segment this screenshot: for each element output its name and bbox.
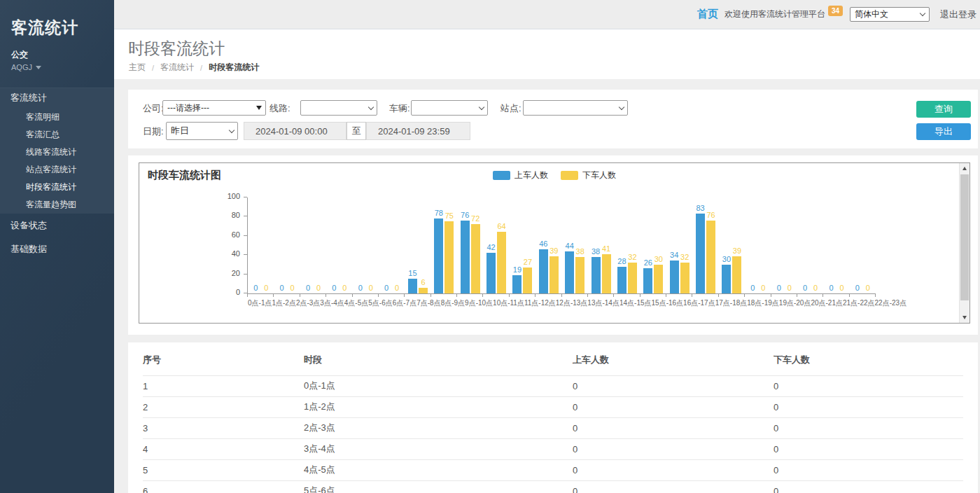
x-axis-label: 22点-23点 (875, 298, 907, 308)
chart-scrollbar[interactable] (959, 163, 969, 323)
y-axis-tick (244, 216, 247, 216)
line-select[interactable] (300, 100, 377, 116)
query-button[interactable]: 查询 (916, 101, 971, 118)
breadcrumb-section[interactable]: 客流统计 (160, 62, 194, 74)
sidebar-menu-block: 设备状态 (0, 214, 114, 237)
x-axis-tick (745, 293, 771, 297)
x-axis-tick (405, 293, 430, 297)
data-table: 序号 时段 上车人数 下车人数 10点-1点0021点-2点0032点-3点00… (143, 342, 963, 493)
bar-value-label: 0 (316, 284, 321, 292)
bar-value-label: 0 (788, 284, 792, 292)
language-select[interactable]: 简体中文 (850, 7, 930, 22)
sidebar-sub-item[interactable]: 站点客流统计 (0, 161, 114, 179)
date-end-input[interactable]: 2024-01-09 23:59 (366, 122, 470, 140)
date-preset-select[interactable]: 昨日 (166, 122, 238, 140)
top-nav: 首页 欢迎使用客流统计管理平台 34 简体中文 退出登录 (114, 0, 980, 29)
x-axis-tick (457, 293, 483, 297)
export-button[interactable]: 导出 (916, 123, 971, 140)
x-axis-label: 14点-15点 (620, 298, 652, 308)
table-cell: 1点-2点 (304, 397, 573, 418)
chart-bar (497, 232, 506, 293)
vehicle-select[interactable] (411, 100, 488, 116)
chart-bar (706, 221, 715, 293)
col-header-timeslot: 时段 (304, 342, 573, 376)
chart-bar (434, 218, 443, 293)
x-axis-tick (588, 293, 614, 297)
bar-slot: 0 (774, 284, 783, 293)
x-axis-label: 19点-20点 (779, 298, 811, 308)
org-code-label: AQGJ (11, 63, 32, 71)
chevron-down-icon (368, 104, 374, 109)
x-axis-label: 5点-6点 (368, 298, 392, 308)
sidebar-section-item[interactable]: 设备状态 (0, 214, 114, 237)
sidebar-section-item[interactable]: 基础数据 (0, 237, 114, 261)
bar-value-label: 42 (486, 244, 495, 251)
org-code-dropdown[interactable]: AQGJ (11, 63, 103, 71)
caret-down-icon (36, 66, 41, 69)
x-axis-label: 8点-9点 (441, 298, 465, 308)
chart-box: 时段车流统计图 上车人数下车人数 00000000000015678757672… (139, 162, 970, 324)
bar-value-label: 39 (733, 247, 741, 255)
sidebar-section-item[interactable]: 客流统计 (0, 88, 114, 109)
x-axis-label: 12点-13点 (556, 298, 588, 308)
x-axis-label: 3点-4点 (320, 298, 344, 308)
legend-item[interactable]: 下车人数 (561, 169, 616, 181)
scrollbar-down-arrow[interactable] (960, 312, 969, 323)
x-axis-label: 20点-21点 (811, 298, 843, 308)
scrollbar-thumb[interactable] (960, 174, 969, 300)
sidebar-sub-item[interactable]: 客流汇总 (0, 126, 114, 144)
legend-label: 下车人数 (582, 169, 616, 181)
x-axis-tick (692, 293, 718, 297)
bar-slot: 39 (550, 247, 559, 293)
sidebar-sub-item[interactable]: 线路客流统计 (0, 144, 114, 161)
page-title: 时段客流统计 (128, 38, 225, 60)
bar-group: 1927 (510, 197, 536, 293)
col-header-alighting: 下车人数 (774, 342, 963, 376)
x-axis-tick (536, 293, 561, 297)
date-label: 日期: (143, 125, 164, 138)
dropdown-arrow-icon (256, 106, 262, 110)
sidebar-sub-item[interactable]: 客流明细 (0, 109, 114, 126)
bar-slot: 41 (602, 245, 611, 293)
x-axis-tick (300, 293, 326, 297)
y-axis-tick-label: 40 (232, 250, 240, 258)
bar-value-label: 32 (628, 254, 636, 261)
bar-value-label: 0 (395, 284, 399, 292)
sidebar-sub-item[interactable]: 时段客流统计 (0, 179, 114, 196)
chart-bar (628, 263, 637, 293)
breadcrumb-home[interactable]: 主页 (129, 62, 146, 74)
bar-slot: 0 (759, 284, 768, 293)
bar-group: 00 (823, 197, 849, 293)
bar-value-label: 46 (539, 240, 547, 248)
y-axis-tick (244, 254, 247, 255)
table-cell: 0 (573, 376, 774, 397)
sidebar-sub-item[interactable]: 客流量趋势图 (0, 196, 114, 214)
bar-value-label: 0 (803, 284, 807, 292)
bar-slot: 0 (251, 284, 260, 293)
logout-link[interactable]: 退出登录 (940, 8, 976, 21)
chart-bar (512, 275, 522, 293)
chart-bar (550, 256, 559, 293)
chart-bar (539, 249, 548, 293)
company-select[interactable]: ---请选择--- (162, 100, 266, 116)
bar-group: 3432 (666, 197, 692, 293)
home-link[interactable]: 首页 (697, 8, 718, 21)
x-axis-tick (353, 293, 379, 297)
chart-bar (680, 263, 690, 293)
x-axis-label: 16点-17点 (683, 298, 715, 308)
chart-plot: 0000000000001567875767242641927463944383… (247, 197, 876, 293)
bar-value-label: 0 (332, 284, 336, 292)
breadcrumb: 主页 / 客流统计 / 时段客流统计 (129, 62, 259, 74)
legend-item[interactable]: 上车人数 (493, 169, 548, 181)
date-start-input[interactable]: 2024-01-09 00:00 (244, 122, 346, 140)
table-cell: 5 (143, 460, 304, 481)
bar-value-label: 0 (290, 284, 295, 292)
y-axis-tick-label: 0 (236, 289, 240, 296)
bar-group: 2630 (640, 197, 666, 293)
bar-slot: 83 (696, 204, 705, 293)
scrollbar-up-arrow[interactable] (960, 163, 969, 174)
bar-slot: 39 (732, 247, 741, 293)
chart-legend: 上车人数下车人数 (493, 169, 616, 181)
chart-bar (592, 257, 601, 293)
station-select[interactable] (523, 100, 628, 116)
